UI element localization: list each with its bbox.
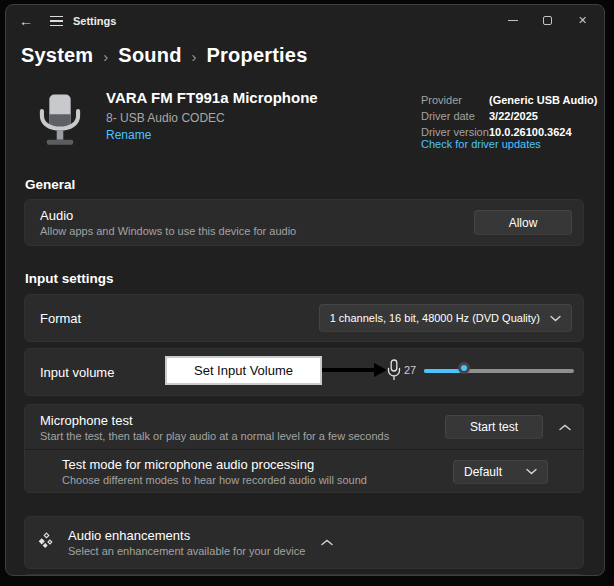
maximize-button[interactable]: [530, 9, 565, 32]
device-subtitle: 8- USB Audio CODEC: [106, 111, 225, 125]
next-card-partial: [24, 574, 584, 576]
format-dropdown[interactable]: 1 channels, 16 bit, 48000 Hz (DVD Qualit…: [319, 304, 572, 332]
input-settings-heading: Input settings: [25, 271, 114, 286]
navigation-menu-button[interactable]: [44, 10, 68, 32]
microphone-device-icon: [37, 88, 83, 156]
set-input-volume-annotation: Set Input Volume: [165, 356, 322, 385]
input-volume-slider[interactable]: [424, 369, 574, 373]
hamburger-icon: [50, 16, 63, 18]
microphone-test-title: Microphone test: [40, 413, 389, 428]
audio-enhancements-card[interactable]: Audio enhancements Select an enhancement…: [24, 516, 584, 569]
test-mode-value: Default: [464, 465, 502, 479]
minimize-icon: [508, 20, 518, 21]
close-button[interactable]: ✕: [565, 9, 600, 32]
enhancements-icon: [38, 532, 55, 553]
close-icon: ✕: [578, 14, 587, 27]
breadcrumb-separator: ›: [103, 46, 108, 65]
chevron-up-icon[interactable]: [319, 539, 335, 546]
format-value: 1 channels, 16 bit, 48000 Hz (DVD Qualit…: [330, 312, 540, 324]
breadcrumb-system[interactable]: System: [21, 44, 93, 67]
breadcrumb-separator: ›: [192, 46, 197, 65]
microphone-test-card: Microphone test Start the test, then tal…: [24, 404, 584, 493]
breadcrumb-sound[interactable]: Sound: [118, 44, 181, 67]
input-volume-label: Input volume: [40, 365, 114, 380]
test-mode-subtitle: Choose different modes to hear how recor…: [62, 474, 367, 486]
input-volume-card: Input volume Set Input Volume 27: [24, 348, 584, 396]
app-title: Settings: [73, 15, 116, 27]
chevron-up-icon[interactable]: [557, 424, 573, 431]
enhancements-subtitle: Select an enhancement available for your…: [68, 545, 305, 557]
general-section-heading: General: [25, 177, 75, 192]
screen-background: ← Settings ✕ System › Sound › Properties: [0, 0, 614, 586]
test-mode-dropdown[interactable]: Default: [453, 460, 548, 484]
microphone-test-subtitle: Start the test, then talk or play audio …: [40, 430, 389, 442]
driver-info-value: 10.0.26100.3624: [489, 126, 597, 138]
back-arrow-icon: ←: [19, 13, 33, 29]
annotation-arrow-head: [374, 363, 387, 377]
driver-info-label: Driver date: [421, 110, 489, 122]
microphone-icon: [387, 359, 401, 385]
driver-info-label: Provider: [421, 94, 489, 106]
test-mode-row: Test mode for microphone audio processin…: [25, 450, 583, 493]
breadcrumb-properties: Properties: [207, 44, 308, 67]
driver-info-value: (Generic USB Audio): [489, 94, 597, 106]
allow-button[interactable]: Allow: [474, 210, 572, 235]
chevron-down-icon: [550, 315, 561, 322]
settings-window: ← Settings ✕ System › Sound › Properties: [5, 4, 605, 576]
annotation-arrow: [321, 368, 375, 372]
audio-permission-card: Audio Allow apps and Windows to use this…: [24, 199, 584, 246]
check-driver-updates-link[interactable]: Check for driver updates: [421, 138, 541, 150]
maximize-icon: [543, 16, 552, 25]
window-controls: ✕: [495, 9, 600, 32]
minimize-button[interactable]: [495, 9, 530, 32]
enhancements-title: Audio enhancements: [68, 528, 305, 543]
audio-row-title: Audio: [40, 208, 296, 223]
device-name: VARA FM FT991a Microphone: [106, 89, 318, 106]
breadcrumb: System › Sound › Properties: [21, 41, 308, 69]
audio-row-subtitle: Allow apps and Windows to use this devic…: [40, 225, 296, 237]
slider-thumb[interactable]: [458, 362, 470, 374]
back-button[interactable]: ←: [14, 10, 38, 32]
input-volume-value: 27: [404, 364, 416, 376]
rename-link[interactable]: Rename: [106, 128, 151, 142]
start-test-button[interactable]: Start test: [445, 415, 543, 439]
format-label: Format: [40, 311, 81, 326]
driver-info-label: Driver version: [421, 126, 489, 138]
driver-info: Provider (Generic USB Audio) Driver date…: [421, 94, 597, 138]
chevron-down-icon: [526, 468, 537, 475]
format-card: Format 1 channels, 16 bit, 48000 Hz (DVD…: [24, 294, 584, 342]
driver-info-value: 3/22/2025: [489, 110, 597, 122]
microphone-test-row: Microphone test Start the test, then tal…: [25, 405, 583, 449]
test-mode-title: Test mode for microphone audio processin…: [62, 457, 367, 472]
title-bar: ← Settings ✕: [6, 5, 604, 35]
